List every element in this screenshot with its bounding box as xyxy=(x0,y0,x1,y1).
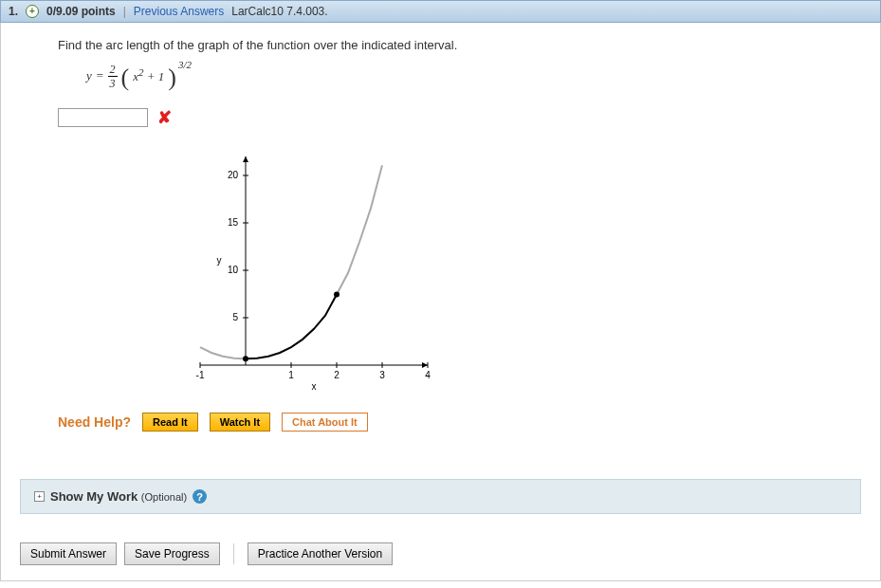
svg-point-25 xyxy=(334,291,340,297)
assignment-id: LarCalc10 7.4.003. xyxy=(231,5,327,18)
svg-text:20: 20 xyxy=(228,170,239,180)
expand-icon[interactable]: + xyxy=(34,491,45,502)
show-work-subtitle: (Optional) xyxy=(141,491,187,503)
answer-row: ✘ xyxy=(58,107,861,128)
svg-text:10: 10 xyxy=(228,265,239,275)
chart-area: -112345101520xy xyxy=(153,147,861,394)
svg-text:5: 5 xyxy=(232,312,238,322)
points-display: 0/9.09 points xyxy=(46,5,116,18)
svg-text:-1: -1 xyxy=(196,370,205,380)
expand-question-icon[interactable]: + xyxy=(26,5,39,18)
svg-text:x: x xyxy=(312,381,317,392)
action-divider xyxy=(233,543,234,564)
equation-display: y = 2 3 ( x2 + 1 ) 3/2 xyxy=(86,62,193,90)
separator: | xyxy=(123,5,126,18)
function-graph: -112345101520xy xyxy=(153,147,437,394)
question-header: 1. + 0/9.09 points | Previous Answers La… xyxy=(0,0,881,23)
svg-point-24 xyxy=(243,356,248,361)
action-row: Submit Answer Save Progress Practice Ano… xyxy=(20,542,861,565)
show-my-work-panel[interactable]: + Show My Work (Optional) ? xyxy=(20,479,861,514)
read-it-button[interactable]: Read It xyxy=(142,413,198,432)
question-number: 1. xyxy=(9,5,18,18)
svg-text:4: 4 xyxy=(425,370,431,380)
practice-another-button[interactable]: Practice Another Version xyxy=(248,542,393,565)
chat-about-it-button[interactable]: Chat About It xyxy=(282,413,368,432)
svg-text:y: y xyxy=(217,255,222,266)
svg-marker-2 xyxy=(422,362,428,368)
save-progress-button[interactable]: Save Progress xyxy=(124,542,220,565)
eq-fraction: 2 3 xyxy=(108,64,118,89)
need-help-label: Need Help? xyxy=(58,414,131,430)
svg-text:15: 15 xyxy=(228,217,239,228)
previous-answers-link[interactable]: Previous Answers xyxy=(134,5,224,18)
info-icon[interactable]: ? xyxy=(193,489,207,504)
question-body: Find the arc length of the graph of the … xyxy=(0,23,881,581)
show-work-title: Show My Work xyxy=(50,489,138,504)
question-prompt: Find the arc length of the graph of the … xyxy=(58,38,861,52)
eq-lhs: y xyxy=(86,68,92,83)
svg-text:1: 1 xyxy=(288,370,294,380)
submit-answer-button[interactable]: Submit Answer xyxy=(20,542,117,565)
svg-marker-3 xyxy=(243,156,248,162)
need-help-row: Need Help? Read It Watch It Chat About I… xyxy=(58,413,861,432)
wrong-icon: ✘ xyxy=(157,107,172,128)
svg-text:2: 2 xyxy=(334,370,340,380)
answer-input[interactable] xyxy=(58,108,148,127)
watch-it-button[interactable]: Watch It xyxy=(210,413,270,432)
svg-text:3: 3 xyxy=(379,370,385,380)
